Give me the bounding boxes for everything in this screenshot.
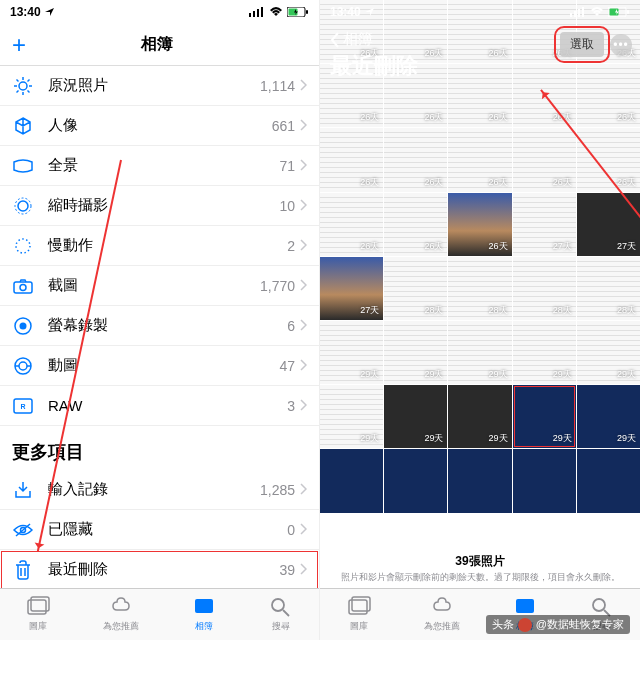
status-bar: 13:40 xyxy=(330,0,630,24)
photo-thumbnail[interactable]: 28天 xyxy=(448,257,511,320)
days-remaining: 29天 xyxy=(360,432,379,445)
status-time: 13:40 xyxy=(10,5,41,19)
photo-thumbnail[interactable]: 29天 xyxy=(513,321,576,384)
album-row-camera[interactable]: 截圖1,770 xyxy=(0,266,319,306)
footer-info: 39張照片 照片和影片會顯示刪除前的剩餘天數。過了期限後，項目會永久刪除。 xyxy=(320,553,640,584)
photo-thumbnail[interactable]: 29天 xyxy=(577,385,640,448)
chevron-right-icon xyxy=(299,237,307,255)
tab-icon xyxy=(26,596,50,618)
photo-thumbnail[interactable] xyxy=(384,449,447,512)
phone-albums-list: 13:40 + 相簿 原況照片1,114人像661全景71縮時攝影10慢動作2截… xyxy=(0,0,320,640)
photo-thumbnail[interactable]: 26天 xyxy=(577,128,640,191)
album-row-pano[interactable]: 全景71 xyxy=(0,146,319,186)
album-row-record[interactable]: 螢幕錄製6 xyxy=(0,306,319,346)
photo-thumbnail[interactable]: 29天 xyxy=(320,321,383,384)
nav-bar: + 相簿 xyxy=(0,24,319,66)
photo-thumbnail[interactable] xyxy=(448,449,511,512)
photo-thumbnail[interactable]: 28天 xyxy=(384,257,447,320)
album-row-spark[interactable]: 原況照片1,114 xyxy=(0,66,319,106)
photo-thumbnail[interactable]: 26天 xyxy=(513,128,576,191)
phone-recently-deleted: 26天26天26天26天26天26天26天26天26天26天26天26天26天2… xyxy=(320,0,640,640)
days-remaining: 28天 xyxy=(424,304,443,317)
album-row-trash[interactable]: 最近刪除39 xyxy=(0,550,319,590)
days-remaining: 27天 xyxy=(553,240,572,253)
photo-thumbnail[interactable]: 27天 xyxy=(320,257,383,320)
album-row-slowmo[interactable]: 慢動作2 xyxy=(0,226,319,266)
photo-thumbnail[interactable]: 26天 xyxy=(384,128,447,191)
days-remaining: 29天 xyxy=(424,432,443,445)
tab-label: 圖庫 xyxy=(350,620,368,633)
row-count: 3 xyxy=(287,398,295,414)
footer-count: 39張照片 xyxy=(334,553,626,570)
tab-label: 搜尋 xyxy=(272,620,290,633)
chevron-right-icon xyxy=(299,357,307,375)
photo-thumbnail[interactable]: 26天 xyxy=(448,128,511,191)
svg-point-18 xyxy=(16,239,30,253)
tab-library[interactable]: 圖庫 xyxy=(347,596,371,633)
page-title: 最近刪除 xyxy=(330,51,630,81)
days-remaining: 26天 xyxy=(360,176,379,189)
back-button[interactable]: 相簿 xyxy=(330,30,630,49)
photo-thumbnail[interactable]: 29天 xyxy=(320,385,383,448)
tab-albums[interactable]: 相簿 xyxy=(192,596,216,633)
days-remaining: 29天 xyxy=(617,432,636,445)
photo-thumbnail[interactable]: 26天 xyxy=(320,193,383,256)
days-remaining: 26天 xyxy=(424,111,443,124)
tab-library[interactable]: 圖庫 xyxy=(26,596,50,633)
tab-foryou[interactable]: 為您推薦 xyxy=(424,596,460,633)
tab-icon xyxy=(109,596,133,618)
photo-thumbnail[interactable]: 27天 xyxy=(513,193,576,256)
photo-thumbnail[interactable]: 29天 xyxy=(577,321,640,384)
photo-thumbnail[interactable]: 29天 xyxy=(384,385,447,448)
album-row-hidden[interactable]: 已隱藏0 xyxy=(0,510,319,550)
chevron-right-icon xyxy=(299,481,307,499)
days-remaining: 29天 xyxy=(617,368,636,381)
photo-thumbnail[interactable]: 29天 xyxy=(448,385,511,448)
photo-thumbnail[interactable] xyxy=(320,449,383,512)
row-count: 2 xyxy=(287,238,295,254)
photo-thumbnail[interactable]: 27天 xyxy=(577,193,640,256)
days-remaining: 28天 xyxy=(617,304,636,317)
album-row-import[interactable]: 輸入記錄1,285 xyxy=(0,470,319,510)
photo-thumbnail[interactable]: 26天 xyxy=(384,193,447,256)
svg-point-44 xyxy=(593,599,605,611)
album-row-cube[interactable]: 人像661 xyxy=(0,106,319,146)
back-label: 相簿 xyxy=(343,30,373,49)
photo-thumbnail[interactable]: 29天 xyxy=(448,321,511,384)
row-count: 47 xyxy=(279,358,295,374)
tab-label: 為您推薦 xyxy=(103,620,139,633)
days-remaining: 29天 xyxy=(489,368,508,381)
row-label: 最近刪除 xyxy=(48,560,279,579)
pano-icon xyxy=(12,155,34,177)
tab-bar: 圖庫為您推薦相簿搜尋 xyxy=(0,588,319,640)
photo-thumbnail[interactable] xyxy=(577,449,640,512)
location-icon xyxy=(365,7,375,17)
photo-thumbnail[interactable]: 29天 xyxy=(384,321,447,384)
album-row-timelapse[interactable]: 縮時攝影10 xyxy=(0,186,319,226)
add-button[interactable]: + xyxy=(12,31,26,59)
album-row-raw[interactable]: RRAW3 xyxy=(0,386,319,426)
days-remaining: 26天 xyxy=(553,111,572,124)
svg-point-23 xyxy=(19,362,27,370)
tab-search[interactable]: 搜尋 xyxy=(269,596,293,633)
photo-thumbnail[interactable]: 26天 xyxy=(448,193,511,256)
tab-label: 圖庫 xyxy=(29,620,47,633)
days-remaining: 29天 xyxy=(360,368,379,381)
svg-rect-2 xyxy=(257,9,259,17)
svg-line-13 xyxy=(28,90,30,92)
days-remaining: 26天 xyxy=(489,111,508,124)
photo-thumbnail[interactable]: 26天 xyxy=(320,128,383,191)
status-time: 13:40 xyxy=(330,5,361,19)
photo-thumbnail[interactable] xyxy=(513,449,576,512)
tab-foryou[interactable]: 為您推薦 xyxy=(103,596,139,633)
wifi-icon xyxy=(269,7,283,17)
days-remaining: 28天 xyxy=(553,304,572,317)
photo-thumbnail[interactable]: 28天 xyxy=(513,257,576,320)
album-row-gif[interactable]: 動圖47 xyxy=(0,346,319,386)
photo-thumbnail[interactable]: 29天 xyxy=(513,385,576,448)
import-icon xyxy=(12,479,34,501)
svg-point-22 xyxy=(20,322,27,329)
photo-thumbnail[interactable]: 28天 xyxy=(577,257,640,320)
days-remaining: 26天 xyxy=(617,111,636,124)
chevron-right-icon xyxy=(299,397,307,415)
